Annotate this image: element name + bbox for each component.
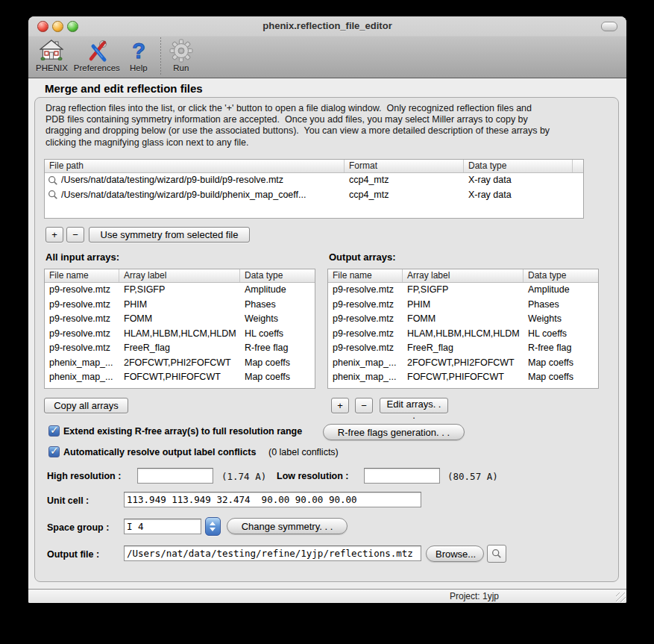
add-file-button[interactable]: +	[45, 227, 63, 243]
array-label-cell: FreeR_flag	[119, 341, 240, 356]
phenix-button[interactable]: PHENIX	[36, 36, 68, 72]
file-path-cell: /Users/nat/data/testing/wizard/p9-build/…	[45, 188, 345, 203]
add-array-button[interactable]: +	[331, 398, 349, 413]
array-row[interactable]: p9-resolve.mtzFreeR_flagR-free flag	[45, 341, 315, 356]
col-file-name[interactable]: File name	[45, 269, 119, 282]
magnifier-icon	[48, 190, 58, 200]
gear-icon	[169, 38, 194, 63]
file-table-body: /Users/nat/data/testing/wizard/p9-build/…	[45, 173, 583, 202]
phenix-label: PHENIX	[36, 63, 68, 72]
array-file-cell: p9-resolve.mtz	[328, 341, 403, 356]
toolbar: PHENIX Preferences	[28, 36, 200, 78]
output-arrays-label: Output arrays:	[329, 251, 396, 263]
array-file-cell: p9-resolve.mtz	[45, 283, 119, 298]
col-file-path[interactable]: File path	[45, 160, 345, 172]
array-type-cell: Map coeffs	[240, 356, 315, 371]
array-row[interactable]: p9-resolve.mtzFreeR_flagR-free flag	[328, 341, 598, 356]
run-button[interactable]: Run	[169, 36, 194, 72]
extend-rfree-checkbox[interactable]: ✓	[48, 425, 60, 437]
run-label: Run	[173, 63, 189, 72]
main-panel: Drag reflection files into the list, or …	[34, 97, 619, 582]
preferences-button[interactable]: Preferences	[74, 36, 120, 72]
array-file-cell: p9-resolve.mtz	[45, 298, 119, 313]
col-array-label[interactable]: Array label	[403, 269, 523, 282]
tools-icon	[84, 38, 110, 63]
array-row[interactable]: p9-resolve.mtzFP,SIGFPAmplitude	[328, 283, 598, 298]
main-content: Merge and edit reflection files Drag ref…	[28, 78, 626, 590]
array-label-cell: FP,SIGFP	[119, 283, 240, 298]
array-row[interactable]: phenix_map_...FOFCWT,PHIFOFCWTMap coeffs	[328, 370, 598, 385]
space-group-input[interactable]	[124, 519, 201, 534]
rfree-flags-generation-button[interactable]: R-free flags generation. . .	[323, 424, 465, 440]
output-file-input[interactable]	[124, 545, 421, 561]
file-row[interactable]: /Users/nat/data/testing/wizard/p9-build/…	[45, 173, 583, 188]
array-file-cell: p9-resolve.mtz	[328, 312, 403, 327]
view-file-button[interactable]	[487, 545, 506, 563]
space-group-label: Space group :	[47, 522, 109, 533]
col-format[interactable]: Format	[345, 160, 464, 172]
resolve-conflicts-checkbox[interactable]: ✓	[48, 446, 60, 457]
resolve-conflicts-label: Automatically resolve output label confl…	[63, 447, 256, 457]
stepper-up-icon[interactable]	[210, 522, 216, 525]
array-row[interactable]: p9-resolve.mtzFOMMWeights	[45, 312, 315, 327]
file-path-text: /Users/nat/data/testing/wizard/p9-build/…	[61, 188, 306, 203]
array-type-cell: Weights	[523, 312, 598, 327]
output-file-label: Output file :	[47, 549, 99, 560]
array-label-cell: 2FOFCWT,PHI2FOFCWT	[403, 356, 523, 371]
remove-array-button[interactable]: −	[355, 398, 373, 413]
array-label-cell: FOFCWT,PHIFOFCWT	[403, 370, 523, 385]
unit-cell-input[interactable]	[124, 492, 421, 507]
array-row[interactable]: p9-resolve.mtzHLAM,HLBM,HLCM,HLDMHL coef…	[45, 327, 315, 342]
array-row[interactable]: p9-resolve.mtzPHIMPhases	[328, 298, 598, 313]
window-title: phenix.reflection_file_editor	[28, 20, 626, 31]
stepper-down-icon[interactable]	[210, 528, 216, 531]
col-array-label[interactable]: Array label	[119, 269, 240, 282]
unit-cell-label: Unit cell :	[47, 495, 89, 506]
array-row[interactable]: p9-resolve.mtzFP,SIGFPAmplitude	[45, 283, 315, 298]
file-list-table[interactable]: File path Format Data type /Users/nat/da…	[44, 159, 584, 219]
help-button[interactable]: ? Help	[126, 36, 151, 72]
array-file-cell: phenix_map_...	[45, 370, 119, 385]
array-file-cell: phenix_map_...	[45, 356, 119, 371]
spacer-cell	[573, 173, 583, 188]
input-arrays-table[interactable]: File name Array label Data type p9-resol…	[44, 269, 315, 389]
browse-button[interactable]: Browse...	[426, 545, 484, 562]
array-file-cell: p9-resolve.mtz	[45, 341, 119, 356]
col-data-type[interactable]: Data type	[464, 160, 573, 172]
input-arrays-label: All input arrays:	[45, 251, 119, 263]
extend-rfree-label: Extend existing R-free array(s) to full …	[63, 426, 302, 437]
col-data-type[interactable]: Data type	[240, 269, 315, 282]
space-group-stepper[interactable]	[205, 517, 221, 536]
array-row[interactable]: p9-resolve.mtzPHIMPhases	[45, 298, 315, 313]
array-row[interactable]: phenix_map_...FOFCWT,PHIFOFCWTMap coeffs	[45, 370, 315, 385]
file-format-cell: ccp4_mtz	[345, 188, 464, 203]
title-bar[interactable]: phenix.reflection_file_editor	[28, 16, 626, 36]
array-row[interactable]: p9-resolve.mtzFOMMWeights	[328, 312, 598, 327]
high-resolution-input[interactable]	[137, 468, 213, 484]
high-resolution-hint: (1.74 A)	[221, 471, 266, 482]
array-type-cell: Weights	[240, 312, 315, 327]
file-row[interactable]: /Users/nat/data/testing/wizard/p9-build/…	[45, 188, 583, 203]
array-row[interactable]: p9-resolve.mtzHLAM,HLBM,HLCM,HLDMHL coef…	[328, 327, 598, 342]
remove-file-button[interactable]: −	[66, 227, 84, 243]
array-type-cell: Map coeffs	[523, 370, 598, 385]
array-file-cell: p9-resolve.mtz	[328, 327, 403, 342]
instructions-text: Drag reflection files into the list, or …	[45, 103, 614, 149]
col-file-name[interactable]: File name	[328, 269, 403, 282]
array-file-cell: p9-resolve.mtz	[328, 283, 403, 298]
use-symmetry-button[interactable]: Use symmetry from selected file	[89, 227, 250, 243]
resize-grip[interactable]	[616, 593, 626, 602]
change-symmetry-button[interactable]: Change symmetry. . .	[227, 518, 348, 534]
array-row[interactable]: phenix_map_...2FOFCWT,PHI2FOFCWTMap coef…	[45, 356, 315, 371]
output-arrays-table[interactable]: File name Array label Data type p9-resol…	[327, 269, 599, 389]
col-data-type[interactable]: Data type	[523, 269, 598, 282]
array-row[interactable]: phenix_map_...2FOFCWT,PHI2FOFCWTMap coef…	[328, 356, 598, 371]
edit-arrays-button[interactable]: Edit arrays. . .	[380, 398, 448, 413]
array-label-cell: FP,SIGFP	[403, 283, 523, 298]
file-path-text: /Users/nat/data/testing/wizard/p9-build/…	[61, 173, 283, 188]
low-resolution-input[interactable]	[364, 468, 440, 484]
toolbar-toggle-button[interactable]	[601, 22, 617, 31]
array-label-cell: FOMM	[119, 312, 240, 327]
array-type-cell: Amplitude	[240, 283, 315, 298]
copy-all-arrays-button[interactable]: Copy all arrays	[44, 398, 128, 413]
